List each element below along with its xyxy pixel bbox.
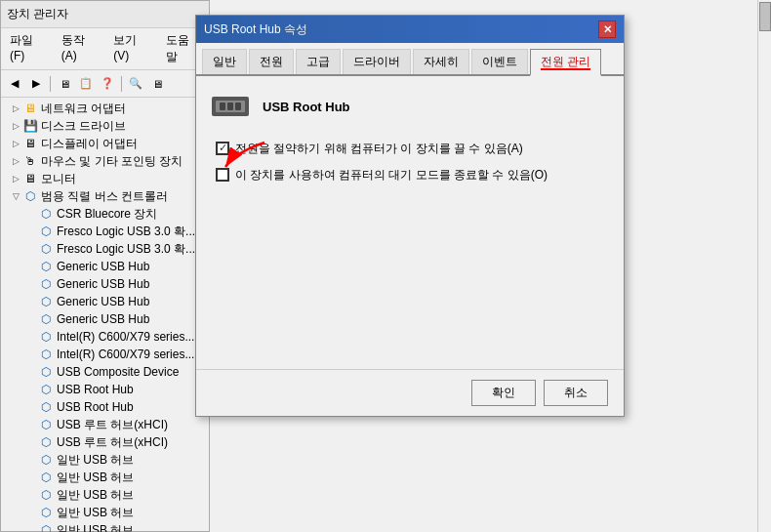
tree-item-label: Fresco Logic USB 3.0 확... — [57, 241, 195, 258]
tab-bar: 일반 전원 고급 드라이버 자세히 이벤트 전원 관리 — [196, 43, 624, 76]
menu-action[interactable]: 동작(A) — [59, 30, 102, 67]
tree-item-label: 일반 USB 허브 — [57, 522, 134, 533]
usb-icon: ⬡ — [38, 329, 54, 345]
tree-item-generic-hub2[interactable]: ⬡ Generic USB Hub — [3, 275, 207, 293]
tree-item-gen-hub2[interactable]: ⬡ 일반 USB 허브 — [3, 469, 207, 486]
usb-icon: ⬡ — [38, 417, 54, 432]
device-icon-large — [212, 92, 251, 121]
tree-item-intel2[interactable]: ⬡ Intel(R) C600/X79 series... — [3, 346, 207, 363]
tree-item-label: Intel(R) C600/X79 series... — [57, 348, 194, 361]
usb-icon: ⬡ — [38, 364, 54, 380]
scrollbar-thumb[interactable] — [759, 2, 771, 31]
tab-detail-label: 자세히 — [424, 55, 459, 68]
dialog-close-button[interactable]: ✕ — [598, 20, 616, 38]
tree-item-label: Intel(R) C600/X79 series... — [57, 330, 194, 344]
tree-item-gen-hub1[interactable]: ⬡ 일반 USB 허브 — [3, 451, 207, 469]
tree-item-gen-hub4[interactable]: ⬡ 일반 USB 허브 — [3, 504, 207, 521]
tree-item-intel1[interactable]: ⬡ Intel(R) C600/X79 series... — [3, 328, 207, 346]
properties-icon[interactable]: 📋 — [76, 74, 96, 94]
tree-item-disk[interactable]: ▷ 💾 디스크 드라이브 — [3, 117, 207, 135]
tree-item-usb-root1[interactable]: ⬡ USB Root Hub — [3, 381, 207, 398]
tree-item-label: 네트워크 어댑터 — [41, 101, 126, 117]
scan-icon[interactable]: 🔍 — [126, 74, 145, 94]
device-tree[interactable]: ▷ 🖥 네트워크 어댑터 ▷ 💾 디스크 드라이브 ▷ 🖥 디스플레이 어댑터 … — [1, 98, 209, 532]
tree-item-xhci2[interactable]: ⬡ USB 루트 허브(xHCI) — [3, 433, 207, 451]
tree-item-label: USB 루트 허브(xHCI) — [57, 434, 168, 451]
folder-icon: 🖥 — [22, 101, 38, 116]
tree-item-label: 디스플레이 어댑터 — [41, 136, 138, 152]
tree-item-usb-composite[interactable]: ⬡ USB Composite Device — [3, 363, 207, 381]
monitor-icon[interactable]: 🖥 — [147, 74, 167, 94]
expand-icon — [24, 295, 38, 308]
expand-icon — [24, 207, 38, 221]
usb-icon: ⬡ — [38, 241, 54, 257]
option-checkbox-2[interactable] — [216, 168, 229, 182]
expand-icon — [24, 330, 38, 344]
expand-icon — [24, 260, 38, 273]
tree-item-usb-controller[interactable]: ▽ ⬡ 범용 직렬 버스 컨트롤러 — [3, 187, 207, 205]
tree-item-monitor[interactable]: ▷ 🖥 모니터 — [3, 170, 207, 187]
help-icon[interactable]: ❓ — [98, 74, 117, 94]
expand-icon: ▷ — [9, 102, 22, 115]
svg-rect-2 — [220, 102, 225, 110]
tree-item-mouse[interactable]: ▷ 🖱 마우스 및 기타 포인팅 장치 — [3, 152, 207, 170]
tree-item-label: 일반 USB 허브 — [57, 505, 134, 521]
expand-icon — [24, 453, 38, 467]
expand-icon: ▷ — [9, 119, 22, 133]
tab-power-management[interactable]: 전원 관리 — [530, 49, 601, 76]
tab-power[interactable]: 전원 — [249, 49, 294, 74]
tree-item-label: Generic USB Hub — [57, 277, 149, 291]
tree-item-generic-hub1[interactable]: ⬡ Generic USB Hub — [3, 258, 207, 275]
back-button[interactable]: ◀ — [5, 74, 24, 94]
tree-item-network[interactable]: ▷ 🖥 네트워크 어댑터 — [3, 100, 207, 117]
tab-event[interactable]: 이벤트 — [471, 49, 528, 74]
computer-icon[interactable]: 🖥 — [55, 74, 74, 94]
device-manager-title: 장치 관리자 — [7, 6, 203, 22]
tree-item-gen-hub3[interactable]: ⬡ 일반 USB 허브 — [3, 486, 207, 504]
tree-item-label: 일반 USB 허브 — [57, 487, 134, 504]
device-name: USB Root Hub — [263, 100, 350, 114]
usb-icon: ⬡ — [38, 434, 54, 450]
tree-item-label: USB Root Hub — [57, 400, 134, 414]
tree-item-xhci1[interactable]: ⬡ USB 루트 허브(xHCI) — [3, 416, 207, 433]
ok-button[interactable]: 확인 — [471, 380, 536, 406]
device-manager-titlebar: 장치 관리자 — [1, 1, 209, 28]
menu-file[interactable]: 파일(F) — [7, 30, 51, 67]
tree-item-generic-hub3[interactable]: ⬡ Generic USB Hub — [3, 293, 207, 310]
power-options: 전원을 절약하기 위해 컴퓨터가 이 장치를 끌 수 있음(A) 이 장치를 사… — [216, 141, 608, 184]
tab-advanced[interactable]: 고급 — [296, 49, 341, 74]
dialog-title: USB Root Hub 속성 — [204, 21, 598, 38]
tree-item-display[interactable]: ▷ 🖥 디스플레이 어댑터 — [3, 135, 207, 152]
tree-item-label: 모니터 — [41, 171, 76, 187]
monitor-icon: 🖥 — [22, 171, 38, 186]
usb-icon: ⬡ — [38, 452, 54, 468]
expand-icon: ▷ — [9, 154, 22, 168]
usb-icon: ⬡ — [38, 224, 54, 239]
tab-driver-label: 드라이버 — [353, 55, 400, 68]
forward-button[interactable]: ▶ — [26, 74, 46, 94]
usb-icon: ⬡ — [38, 206, 54, 222]
usb-icon: ⬡ — [38, 259, 54, 274]
tab-driver[interactable]: 드라이버 — [343, 49, 411, 74]
tree-item-fresco1[interactable]: ⬡ Fresco Logic USB 3.0 확... — [3, 223, 207, 240]
option-checkbox-1[interactable] — [216, 142, 229, 155]
tree-item-fresco2[interactable]: ⬡ Fresco Logic USB 3.0 확... — [3, 240, 207, 258]
expand-icon: ▷ — [9, 137, 22, 150]
tree-item-generic-hub4[interactable]: ⬡ Generic USB Hub — [3, 310, 207, 328]
usb-icon: ⬡ — [38, 276, 54, 292]
cancel-button[interactable]: 취소 — [544, 380, 608, 406]
tab-advanced-label: 고급 — [306, 55, 330, 68]
window-scrollbar[interactable] — [757, 0, 771, 532]
svg-rect-3 — [227, 102, 233, 110]
expand-icon — [24, 383, 38, 396]
tab-detail[interactable]: 자세히 — [413, 49, 469, 74]
tree-item-gen-hub5[interactable]: ⬡ 일반 USB 허브 — [3, 521, 207, 532]
expand-icon — [24, 418, 38, 431]
tab-general[interactable]: 일반 — [202, 49, 247, 74]
expand-icon — [24, 400, 38, 414]
tree-item-csr[interactable]: ⬡ CSR Bluecore 장치 — [3, 205, 207, 223]
tree-item-usb-root2[interactable]: ⬡ USB Root Hub — [3, 398, 207, 416]
menu-view[interactable]: 보기(V) — [110, 30, 154, 67]
option-label-2: 이 장치를 사용하여 컴퓨터의 대기 모드를 종료할 수 있음(O) — [235, 167, 608, 184]
usb-icon: ⬡ — [38, 487, 54, 503]
